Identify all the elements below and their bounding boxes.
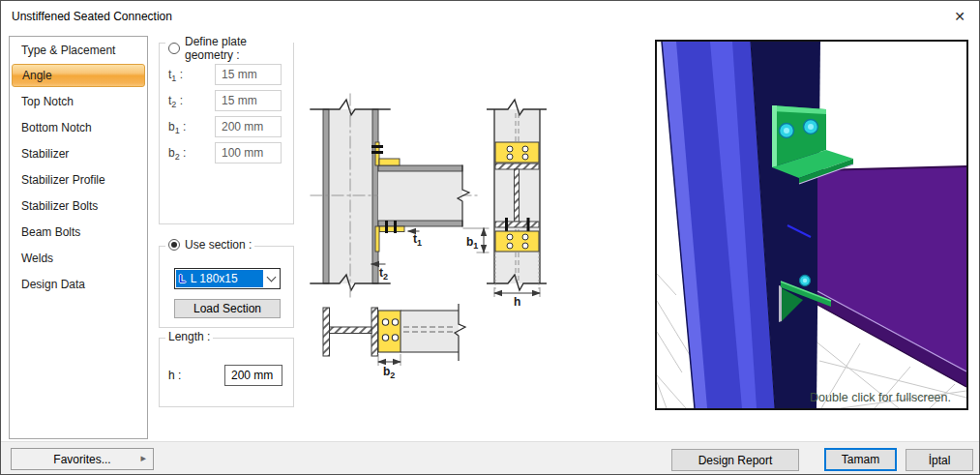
viewer-3d-panel[interactable]: Double click for fullscreen.	[655, 40, 968, 410]
load-section-button[interactable]: Load Section	[174, 299, 281, 318]
sidebar-item-bottom-notch[interactable]: Bottom Notch	[10, 114, 147, 140]
viewer-3d-canvas[interactable]: Double click for fullscreen.	[657, 42, 966, 408]
section-view: h	[487, 100, 547, 309]
dialog-unstiffened-seated-connection: Unstiffened Seated Connection ✕ Type & P…	[0, 0, 980, 475]
close-icon[interactable]: ✕	[948, 6, 971, 27]
length-group-label: Length :	[165, 330, 213, 343]
sidebar-item-stabilizer[interactable]: Stabilizer	[10, 140, 147, 166]
favorites-button[interactable]: Favorites... ▸	[11, 448, 154, 470]
footer-bar: Favorites... ▸ Design Report Tamam İptal	[1, 441, 979, 475]
sidebar-item-angle[interactable]: Angle	[12, 64, 145, 87]
elevation-view: t1 t2 b1	[311, 94, 489, 299]
sidebar-item-type-placement[interactable]: Type & Placement	[10, 37, 147, 63]
b2-field[interactable]	[215, 142, 282, 163]
section-combobox-selection: L L 180x15	[176, 270, 263, 287]
sidebar-item-stabilizer-bolts[interactable]: Stabilizer Bolts	[10, 193, 147, 219]
sidebar-item-welds[interactable]: Welds	[10, 245, 147, 271]
field-label-t2: t2 :	[168, 94, 209, 109]
section-combobox-value: L 180x15	[191, 272, 238, 285]
dim-label-b2: b2	[383, 365, 395, 380]
plate-geometry-group-label: Define plate geometry :	[165, 35, 293, 62]
dim-label-h: h	[514, 295, 520, 309]
cancel-button[interactable]: İptal	[906, 449, 973, 471]
l-section-icon: L	[179, 273, 186, 284]
length-group: Length : h :	[159, 338, 294, 407]
use-section-radio-label: Use section :	[185, 238, 252, 252]
connection-diagram: t1 t2 b1	[301, 35, 659, 422]
ok-button[interactable]: Tamam	[824, 448, 897, 471]
sidebar-nav: Type & Placement Angle Top Notch Bottom …	[9, 36, 148, 439]
use-section-radio[interactable]	[168, 239, 180, 251]
dim-label-t1: t1	[413, 232, 422, 248]
t1-field[interactable]	[215, 64, 282, 85]
dim-label-t2: t2	[379, 266, 388, 282]
sidebar-item-top-notch[interactable]: Top Notch	[10, 88, 147, 114]
field-label-t1: t1 :	[168, 68, 209, 83]
combobox-arrow-zone[interactable]	[263, 269, 280, 288]
section-combobox[interactable]: L L 180x15	[174, 268, 281, 289]
favorites-label: Favorites...	[53, 453, 110, 466]
field-label-b1: b1 :	[168, 120, 209, 135]
plate-geometry-group: Define plate geometry : t1 : t2 : b1 : b…	[159, 43, 294, 224]
h-field[interactable]	[224, 365, 282, 386]
sidebar-item-design-data[interactable]: Design Data	[10, 271, 147, 297]
b1-field[interactable]	[215, 116, 282, 137]
t2-field[interactable]	[215, 90, 282, 111]
plate-geometry-radio-label: Define plate geometry :	[185, 35, 290, 62]
dim-label-b1: b1	[466, 235, 478, 251]
field-label-b2: b2 :	[168, 146, 209, 162]
field-label-h: h :	[168, 369, 209, 382]
top-angle	[371, 142, 400, 165]
length-label-text: Length :	[168, 330, 210, 343]
use-section-group-label: Use section :	[165, 238, 254, 252]
dialog-title: Unstiffened Seated Connection	[12, 10, 172, 23]
plan-view: b2	[323, 304, 465, 380]
sidebar-item-stabilizer-profile[interactable]: Stabilizer Profile	[10, 166, 147, 193]
favorites-flyout-arrow-icon: ▸	[140, 452, 146, 464]
use-section-group: Use section : L L 180x15 Load Section	[159, 246, 294, 328]
title-bar: Unstiffened Seated Connection ✕	[1, 1, 979, 32]
define-plate-geometry-radio[interactable]	[168, 43, 180, 54]
design-report-button[interactable]: Design Report	[671, 449, 799, 471]
chevron-down-icon	[267, 273, 277, 282]
sidebar-item-beam-bolts[interactable]: Beam Bolts	[10, 219, 147, 245]
fullscreen-hint: Double click for fullscreen.	[810, 391, 951, 404]
